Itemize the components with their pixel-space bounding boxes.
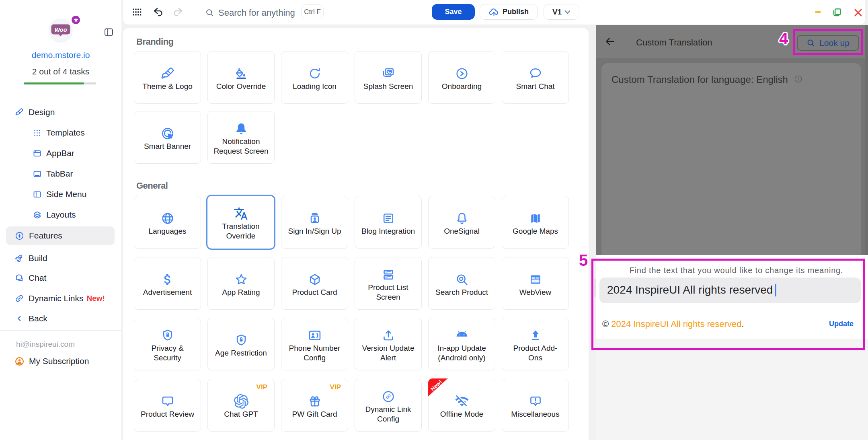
svg-text:Woo: Woo [54, 27, 67, 33]
